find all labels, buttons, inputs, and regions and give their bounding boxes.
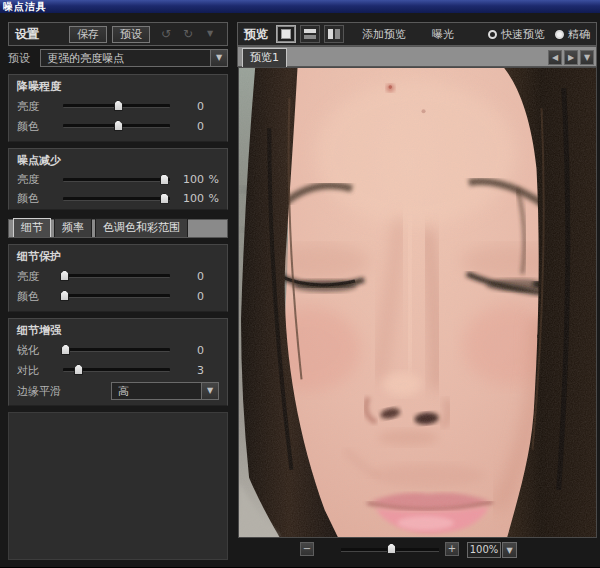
- slider-row: 颜色 0: [9, 286, 227, 306]
- single-view-icon: [281, 29, 291, 39]
- slider-row: 亮度 0: [9, 96, 227, 116]
- slider-row: 颜色 100 %: [9, 189, 227, 208]
- zoom-in-button[interactable]: +: [445, 542, 459, 556]
- settings-label: 设置: [15, 26, 39, 43]
- tab-scroll-right-icon[interactable]: ▶: [564, 50, 578, 65]
- tab-detail[interactable]: 细节: [13, 218, 51, 237]
- slider-value: 0: [178, 344, 204, 357]
- slider-row: 亮度 100 %: [9, 170, 227, 189]
- edge-smooth-value[interactable]: 高: [111, 382, 202, 400]
- minus-icon: −: [303, 543, 311, 554]
- slider-thumb[interactable]: [74, 364, 83, 375]
- redo-icon[interactable]: ↻: [177, 26, 199, 43]
- slider-value: 100: [178, 173, 204, 186]
- slider-thumb[interactable]: [160, 174, 169, 185]
- slider-row: 亮度 0: [9, 266, 227, 286]
- slider-value: 0: [178, 120, 204, 133]
- slider-label: 颜色: [17, 191, 61, 206]
- accurate-radio[interactable]: [555, 30, 564, 39]
- slider-label: 亮度: [17, 172, 61, 187]
- section-detail-protect: 细节保护 亮度 0 颜色 0: [8, 244, 228, 312]
- left-empty-panel: [8, 412, 228, 560]
- section-noise-level: 降噪程度 亮度 0 颜色 0: [8, 74, 228, 142]
- horizontal-split-icon: [304, 29, 316, 39]
- accurate-label: 精确: [568, 27, 590, 42]
- zoom-slider[interactable]: [341, 548, 439, 552]
- fast-preview-label: 快速预览: [501, 27, 545, 42]
- contrast-slider[interactable]: [63, 368, 170, 372]
- protect-luminance-slider[interactable]: [63, 274, 170, 278]
- tab-tonal-color-range[interactable]: 色调色和彩范围: [95, 218, 188, 237]
- slider-row: 锐化 0: [9, 340, 227, 360]
- history-dropdown-icon[interactable]: ▼: [199, 26, 221, 43]
- window-title: 噪点洁具: [3, 1, 47, 12]
- sharpen-slider[interactable]: [63, 348, 170, 352]
- zoom-level-value[interactable]: 100%: [467, 542, 501, 558]
- tab-frequency[interactable]: 频率: [54, 218, 92, 237]
- zoom-out-button[interactable]: −: [300, 542, 314, 556]
- slider-unit: %: [204, 173, 219, 186]
- section-detail-enhance: 细节增强 锐化 0 对比 3 边缘平滑 高 ▼: [8, 318, 228, 406]
- section-noise-reduction-title: 噪点减少: [9, 149, 227, 170]
- preset-select-value[interactable]: 更强的亮度噪点: [40, 49, 211, 67]
- slider-value: 0: [178, 290, 204, 303]
- preset-select[interactable]: 更强的亮度噪点 ▼: [40, 49, 228, 67]
- preset-button[interactable]: 预设: [112, 26, 150, 43]
- undo-icon[interactable]: ↺: [155, 26, 177, 43]
- preview-image-area[interactable]: [238, 67, 597, 538]
- vertical-split-icon: [328, 29, 340, 39]
- preview-tab-1[interactable]: 预览1: [242, 48, 287, 67]
- preview-toolbar: 预览 添加预览 曝光 快速预览 精确: [237, 22, 597, 46]
- preview-label: 预览: [244, 26, 268, 43]
- zoom-level-caret-icon[interactable]: ▼: [502, 542, 517, 558]
- slider-value: 3: [178, 364, 204, 377]
- color-slider[interactable]: [63, 124, 170, 128]
- tab-list-caret-icon[interactable]: ▼: [580, 50, 594, 65]
- preview-photo: [239, 68, 596, 537]
- color-reduction-slider[interactable]: [63, 197, 170, 201]
- slider-unit: %: [204, 192, 219, 205]
- protect-color-slider[interactable]: [63, 294, 170, 298]
- edge-smooth-label: 边缘平滑: [17, 384, 79, 399]
- exposure-button[interactable]: 曝光: [432, 27, 454, 42]
- section-noise-reduction: 噪点减少 亮度 100 % 颜色 100 %: [8, 148, 228, 210]
- slider-label: 锐化: [17, 343, 61, 358]
- slider-thumb[interactable]: [60, 270, 69, 281]
- slider-label: 对比: [17, 363, 61, 378]
- slider-label: 亮度: [17, 269, 61, 284]
- add-preview-button[interactable]: 添加预览: [362, 27, 406, 42]
- preset-row-label: 预设: [8, 51, 40, 66]
- slider-thumb[interactable]: [114, 120, 123, 131]
- edge-smooth-caret-icon[interactable]: ▼: [202, 382, 219, 400]
- luminance-slider[interactable]: [63, 104, 170, 108]
- settings-toolbar: 设置 保存 预设 ↺ ↻ ▼: [8, 22, 228, 46]
- slider-label: 颜色: [17, 289, 61, 304]
- slider-thumb[interactable]: [61, 344, 70, 355]
- slider-thumb[interactable]: [60, 290, 69, 301]
- fast-preview-radio[interactable]: [488, 30, 497, 39]
- section-noise-level-title: 降噪程度: [9, 75, 227, 96]
- preset-select-caret-icon[interactable]: ▼: [211, 49, 228, 67]
- slider-label: 颜色: [17, 119, 61, 134]
- edge-smooth-select[interactable]: 高 ▼: [111, 382, 219, 400]
- slider-row: 颜色 0: [9, 116, 227, 136]
- preset-row: 预设 更强的亮度噪点 ▼: [8, 49, 228, 67]
- slider-thumb[interactable]: [160, 193, 169, 204]
- slider-value: 100: [178, 192, 204, 205]
- tab-scroll-left-icon[interactable]: ◀: [548, 50, 562, 65]
- plus-icon: +: [448, 543, 456, 554]
- section-detail-enhance-title: 细节增强: [9, 319, 227, 340]
- slider-thumb[interactable]: [114, 100, 123, 111]
- title-bar: 噪点洁具: [0, 0, 600, 13]
- vertical-split-view-button[interactable]: [324, 25, 344, 43]
- horizontal-split-view-button[interactable]: [300, 25, 320, 43]
- edge-smooth-row: 边缘平滑 高 ▼: [9, 380, 227, 400]
- plugin-window: 噪点洁具 设置 保存 预设 ↺ ↻ ▼ 预设 更强的亮度噪点 ▼ 降噪程度 亮度…: [0, 0, 600, 568]
- save-button[interactable]: 保存: [69, 26, 107, 43]
- slider-row: 对比 3: [9, 360, 227, 380]
- slider-value: 0: [178, 100, 204, 113]
- single-view-button[interactable]: [276, 25, 296, 43]
- slider-label: 亮度: [17, 99, 61, 114]
- luminance-reduction-slider[interactable]: [63, 178, 170, 182]
- zoom-slider-thumb[interactable]: [387, 543, 396, 554]
